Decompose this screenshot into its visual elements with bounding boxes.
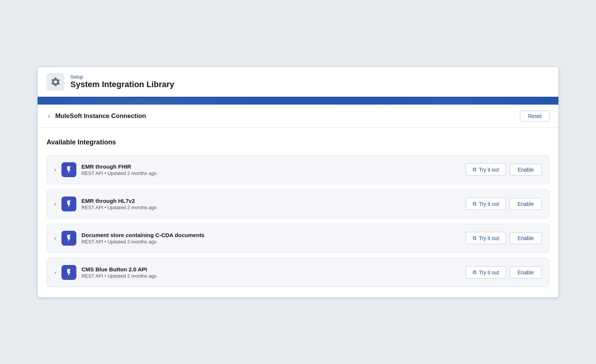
- enable-button-2[interactable]: Enable: [510, 198, 542, 210]
- try-button-1[interactable]: ⧉ Try it out: [466, 163, 506, 176]
- card-2-expand-chevron[interactable]: ›: [54, 201, 56, 207]
- external-link-icon-3: ⧉: [473, 235, 476, 241]
- mulesoft-left: › MuleSoft Instance Connection: [47, 111, 146, 121]
- integration-card-3: › Document store containing C-CDA docume…: [47, 224, 549, 253]
- integration-info-4: CMS Blue Button 2.0 API REST API • Updat…: [82, 266, 157, 279]
- enable-button-3[interactable]: Enable: [510, 232, 542, 244]
- integration-left-1: › EMR through FHIR REST API • Updated 2 …: [54, 162, 156, 177]
- breadcrumb: Setup: [70, 74, 174, 80]
- external-link-icon-2: ⧉: [473, 201, 476, 207]
- integration-card-1: › EMR through FHIR REST API • Updated 2 …: [47, 155, 549, 184]
- integration-left-3: › Document store containing C-CDA docume…: [54, 231, 205, 246]
- integration-name-4: CMS Blue Button 2.0 API: [82, 266, 157, 272]
- external-link-icon-1: ⧉: [473, 166, 476, 173]
- external-link-icon-4: ⧉: [473, 269, 476, 275]
- integration-info-1: EMR through FHIR REST API • Updated 2 mo…: [82, 163, 157, 176]
- integration-meta-2: REST API • Updated 2 months ago: [82, 205, 157, 210]
- integration-meta-3: REST API • Updated 2 months ago: [82, 239, 205, 245]
- try-button-2[interactable]: ⧉ Try it out: [466, 198, 506, 210]
- card-1-expand-chevron[interactable]: ›: [54, 167, 56, 173]
- gear-icon-box: [47, 73, 64, 91]
- try-button-3[interactable]: ⧉ Try it out: [466, 232, 506, 244]
- available-integrations-title: Available Integrations: [47, 138, 549, 146]
- integration-actions-3: ⧉ Try it out Enable: [466, 232, 542, 244]
- try-button-4[interactable]: ⧉ Try it out: [466, 266, 506, 278]
- integration-name-3: Document store containing C-CDA document…: [82, 232, 205, 238]
- main-content: Available Integrations › EMR through FHI…: [38, 128, 558, 297]
- bolt-icon-4: [65, 268, 73, 277]
- integration-actions-4: ⧉ Try it out Enable: [466, 266, 542, 278]
- reset-button[interactable]: Reset: [520, 111, 549, 122]
- gear-icon: [50, 77, 61, 87]
- integration-actions-1: ⧉ Try it out Enable: [466, 163, 542, 176]
- integration-meta-4: REST API • Updated 2 months ago: [82, 273, 157, 279]
- integration-name-2: EMR through HL7v2: [82, 198, 157, 204]
- page-title: System Integration Library: [70, 80, 174, 89]
- enable-button-4[interactable]: Enable: [510, 266, 542, 278]
- header-text: Setup System Integration Library: [70, 74, 174, 89]
- integration-actions-2: ⧉ Try it out Enable: [466, 198, 542, 210]
- bolt-icon-3: [65, 234, 73, 242]
- mulesoft-row: › MuleSoft Instance Connection Reset: [47, 111, 549, 122]
- integration-card-2: › EMR through HL7v2 REST API • Updated 2…: [47, 189, 549, 218]
- card-3-expand-chevron[interactable]: ›: [54, 235, 56, 241]
- enable-button-1[interactable]: Enable: [510, 164, 542, 176]
- bolt-icon-2: [65, 200, 73, 208]
- integration-left-2: › EMR through HL7v2 REST API • Updated 2…: [54, 197, 156, 211]
- integration-meta-1: REST API • Updated 2 months ago: [82, 170, 157, 176]
- mulesoft-expand-chevron[interactable]: ›: [47, 111, 51, 121]
- integration-name-1: EMR through FHIR: [82, 163, 157, 170]
- page-header: Setup System Integration Library: [38, 67, 558, 98]
- mulesoft-title: MuleSoft Instance Connection: [55, 112, 146, 120]
- main-window: Setup System Integration Library › MuleS…: [37, 67, 559, 298]
- lightning-icon-2: [61, 197, 76, 211]
- integration-left-4: › CMS Blue Button 2.0 API REST API • Upd…: [54, 265, 156, 280]
- lightning-icon-4: [61, 265, 76, 280]
- mulesoft-section: › MuleSoft Instance Connection Reset: [38, 105, 558, 128]
- bolt-icon-1: [65, 166, 73, 174]
- lightning-icon-1: [61, 162, 76, 177]
- lightning-icon-3: [61, 231, 76, 246]
- decorative-bar: [38, 98, 558, 105]
- integration-info-2: EMR through HL7v2 REST API • Updated 2 m…: [82, 198, 157, 210]
- integration-card-4: › CMS Blue Button 2.0 API REST API • Upd…: [47, 258, 549, 287]
- integrations-list: › EMR through FHIR REST API • Updated 2 …: [47, 155, 549, 287]
- integration-info-3: Document store containing C-CDA document…: [82, 232, 205, 245]
- card-4-expand-chevron[interactable]: ›: [54, 269, 56, 275]
